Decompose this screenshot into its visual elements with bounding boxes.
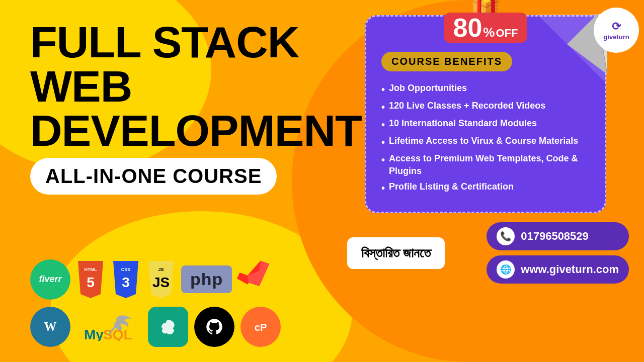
bullet-icon: • xyxy=(381,181,385,195)
chatgpt-logo xyxy=(148,307,188,347)
discount-badge: 80 % OFF xyxy=(444,13,527,43)
contact-info: 📞 01796508529 🌐 www.giveturn.com xyxy=(487,222,629,284)
mysql-logo: My SQL xyxy=(76,313,142,341)
bullet-icon: • xyxy=(381,118,385,132)
svg-text:My: My xyxy=(84,327,104,341)
title-line3: DEVELOPMENT xyxy=(30,109,312,153)
svg-text:JS: JS xyxy=(152,275,170,290)
giveturn-name: giveturn xyxy=(603,33,629,41)
website-row: 🌐 www.giveturn.com xyxy=(487,255,629,284)
svg-text:3: 3 xyxy=(122,275,130,290)
content-wrapper: FULL STACK WEB DEVELOPMENT ALL-IN-ONE CO… xyxy=(0,0,644,362)
wordpress-logo: W xyxy=(30,307,70,347)
benefits-label: COURSE BENEFITS xyxy=(381,52,512,71)
fiverr-logo: fiverr xyxy=(30,259,70,300)
svg-text:W: W xyxy=(44,320,57,333)
benefit-item: •Lifetime Access to Virux & Course Mater… xyxy=(381,133,590,151)
svg-text:CSS: CSS xyxy=(121,267,131,272)
website-url: www.giveturn.com xyxy=(521,263,619,276)
svg-text:5: 5 xyxy=(87,275,95,290)
svg-text:SQL: SQL xyxy=(103,327,132,341)
subtitle-text: ALL-IN-ONE COURSE xyxy=(45,165,262,187)
subtitle-box: ALL-IN-ONE COURSE xyxy=(30,158,277,195)
left-section: FULL STACK WEB DEVELOPMENT ALL-IN-ONE CO… xyxy=(0,0,332,362)
phone-row: 📞 01796508529 xyxy=(487,222,629,250)
benefit-item: •10 International Standard Modules xyxy=(381,116,590,133)
main-title: FULL STACK WEB DEVELOPMENT xyxy=(30,20,312,153)
css3-logo: CSS 3 xyxy=(111,261,141,298)
benefits-label-text: COURSE BENEFITS xyxy=(391,56,502,67)
discount-off: OFF xyxy=(496,27,518,40)
detail-button[interactable]: বিস্তারিত জানতে xyxy=(347,237,445,269)
title-line1: FULL STACK xyxy=(30,20,312,64)
giveturn-icon: ⟳ xyxy=(612,20,621,33)
svg-text:cP: cP xyxy=(255,322,267,333)
benefit-item: •Access to Premium Web Templates, Code &… xyxy=(381,151,590,179)
bullet-icon: • xyxy=(381,153,385,167)
gift-badge: 🎁 80 % OFF xyxy=(444,0,527,43)
phone-icon: 📞 xyxy=(497,227,515,245)
discount-percent: % xyxy=(483,25,495,40)
cpanel-logo: cP xyxy=(240,307,281,347)
benefit-item: •120 Live Classes + Recorded Videos xyxy=(381,98,590,116)
benefit-item: •Profile Listing & Certification xyxy=(381,179,590,197)
php-logo: php xyxy=(181,265,232,293)
github-logo xyxy=(194,307,234,347)
benefits-list: •Job Opportunities•120 Live Classes + Re… xyxy=(381,80,590,197)
bullet-icon: • xyxy=(381,100,385,114)
bottom-bar: বিস্তারিত জানতে 📞 01796508529 🌐 www.give… xyxy=(342,222,629,284)
bullet-icon: • xyxy=(381,82,385,97)
title-line2: WEB xyxy=(30,64,312,109)
benefits-card: 🎁 80 % OFF COURSE BENEFITS •Job Opportun… xyxy=(365,15,606,213)
js-logo: JS JS xyxy=(146,261,176,298)
html5-logo: HTML 5 xyxy=(75,261,106,298)
svg-text:JS: JS xyxy=(158,267,164,272)
globe-icon: 🌐 xyxy=(497,260,515,279)
tech-row2: W My SQL xyxy=(30,307,312,347)
right-section: ⟳ giveturn 🎁 80 % OFF xyxy=(332,0,644,362)
tech-row1: fiverr HTML 5 CSS 3 xyxy=(30,258,312,301)
giveturn-logo: ⟳ giveturn xyxy=(594,8,639,53)
laravel-logo xyxy=(237,258,272,301)
discount-number: 80 xyxy=(453,15,482,41)
svg-text:HTML: HTML xyxy=(85,267,97,272)
phone-number: 01796508529 xyxy=(521,230,589,243)
bullet-icon: • xyxy=(381,135,385,149)
